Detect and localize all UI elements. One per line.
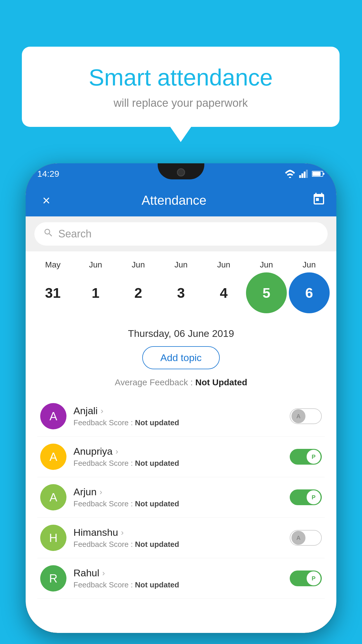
calendar-date-item[interactable]: 31 (32, 272, 73, 313)
attendance-toggle-container[interactable]: P (290, 449, 322, 465)
app-title: Attendance (36, 193, 312, 208)
calendar-date-item[interactable]: 1 (75, 272, 116, 313)
search-icon (43, 228, 54, 241)
svg-rect-2 (301, 173, 303, 178)
student-info: Arjun ›Feedback Score : Not updated (73, 486, 290, 508)
student-row[interactable]: HHimanshu ›Feedback Score : Not updatedA (37, 518, 325, 558)
search-placeholder-text: Search (58, 228, 92, 240)
calendar-month-label: Jun (161, 260, 201, 270)
toggle-knob: A (291, 409, 305, 423)
chevron-right-icon: › (115, 447, 118, 456)
speech-bubble: Smart attendance will replace your paper… (22, 47, 340, 127)
student-info: Anupriya ›Feedback Score : Not updated (73, 446, 290, 468)
content-area: Thursday, 06 June 2019 Add topic Average… (26, 319, 336, 608)
attendance-toggle-container[interactable]: P (290, 570, 322, 586)
avg-feedback-value: Not Updated (195, 377, 247, 387)
search-bar[interactable]: Search (34, 222, 328, 246)
wifi-icon (284, 170, 296, 178)
student-name: Anjali › (73, 405, 290, 416)
attendance-toggle[interactable]: P (290, 570, 322, 586)
bubble-title: Smart attendance (45, 64, 316, 91)
calendar-date-item[interactable]: 5 (246, 272, 287, 313)
student-row[interactable]: RRahul ›Feedback Score : Not updatedP (37, 558, 325, 599)
toggle-knob: P (307, 490, 321, 504)
attendance-toggle[interactable]: A (290, 530, 322, 546)
calendar-date-item[interactable]: 6 (289, 272, 330, 313)
student-avatar: A (40, 484, 66, 510)
attendance-toggle[interactable]: P (290, 489, 322, 505)
add-topic-button[interactable]: Add topic (142, 346, 220, 369)
calendar-month-label: May (32, 260, 73, 270)
status-icons (284, 170, 325, 178)
student-name: Anupriya › (73, 446, 290, 457)
attendance-toggle-container[interactable]: A (290, 408, 322, 424)
phone-frame: 14:29 (26, 163, 336, 633)
chevron-right-icon: › (102, 568, 105, 578)
feedback-value: Not updated (135, 540, 179, 549)
student-avatar: A (40, 444, 66, 470)
app-bar: × Attendance (26, 184, 336, 216)
speech-bubble-container: Smart attendance will replace your paper… (22, 47, 340, 127)
bubble-subtitle: will replace your paperwork (45, 97, 316, 109)
calendar-month-label: Jun (246, 260, 287, 270)
student-row[interactable]: AAnupriya ›Feedback Score : Not updatedP (37, 437, 325, 477)
student-avatar: R (40, 565, 66, 592)
signal-icon (299, 170, 308, 178)
svg-rect-6 (323, 173, 324, 175)
attendance-toggle[interactable]: P (290, 449, 322, 465)
student-name: Rahul › (73, 567, 290, 579)
calendar-month-label: Jun (203, 260, 244, 270)
calendar-month-label: Jun (75, 260, 116, 270)
student-info: Rahul ›Feedback Score : Not updated (73, 567, 290, 589)
feedback-value: Not updated (135, 418, 179, 427)
phone-screen: 14:29 (26, 163, 336, 633)
battery-icon (312, 170, 325, 177)
attendance-toggle[interactable]: A (290, 408, 322, 424)
student-feedback: Feedback Score : Not updated (73, 580, 290, 589)
student-feedback: Feedback Score : Not updated (73, 418, 290, 427)
student-name: Arjun › (73, 486, 290, 498)
student-list: AAnjali ›Feedback Score : Not updatedAAA… (37, 396, 325, 599)
chevron-right-icon: › (101, 406, 103, 416)
student-info: Anjali ›Feedback Score : Not updated (73, 405, 290, 427)
student-row[interactable]: AArjun ›Feedback Score : Not updatedP (37, 477, 325, 518)
svg-point-0 (289, 177, 291, 178)
calendar-button[interactable] (312, 192, 326, 209)
svg-rect-4 (306, 170, 308, 178)
student-info: Himanshu ›Feedback Score : Not updated (73, 527, 290, 549)
selected-date: Thursday, 06 June 2019 (37, 328, 325, 339)
chevron-right-icon: › (99, 487, 102, 497)
status-time: 14:29 (37, 169, 59, 179)
feedback-value: Not updated (135, 499, 179, 508)
phone-notch (158, 163, 204, 179)
avg-feedback-label: Average Feedback : (115, 377, 193, 387)
calendar-date-item[interactable]: 2 (118, 272, 159, 313)
student-row[interactable]: AAnjali ›Feedback Score : Not updatedA (37, 396, 325, 437)
student-name: Himanshu › (73, 527, 290, 538)
svg-rect-1 (299, 175, 301, 178)
feedback-value: Not updated (135, 580, 179, 589)
calendar-strip: MayJunJunJunJunJunJun 31123456 (26, 251, 336, 319)
front-camera (177, 168, 185, 176)
calendar-month-label: Jun (289, 260, 330, 270)
search-bar-container: Search (26, 216, 336, 251)
student-avatar: A (40, 403, 66, 429)
average-feedback: Average Feedback : Not Updated (37, 377, 325, 387)
toggle-knob: P (307, 571, 321, 585)
attendance-toggle-container[interactable]: A (290, 530, 322, 546)
student-feedback: Feedback Score : Not updated (73, 540, 290, 549)
calendar-dates-row: 31123456 (31, 272, 331, 313)
chevron-right-icon: › (121, 528, 124, 537)
student-feedback: Feedback Score : Not updated (73, 459, 290, 468)
toggle-knob: A (291, 531, 305, 545)
calendar-months-row: MayJunJunJunJunJunJun (31, 260, 331, 270)
feedback-value: Not updated (135, 459, 179, 468)
calendar-date-item[interactable]: 3 (161, 272, 201, 313)
student-feedback: Feedback Score : Not updated (73, 499, 290, 508)
calendar-date-item[interactable]: 4 (203, 272, 244, 313)
svg-rect-7 (312, 172, 321, 176)
svg-rect-3 (304, 172, 305, 178)
student-avatar: H (40, 525, 66, 551)
attendance-toggle-container[interactable]: P (290, 489, 322, 505)
calendar-month-label: Jun (118, 260, 159, 270)
